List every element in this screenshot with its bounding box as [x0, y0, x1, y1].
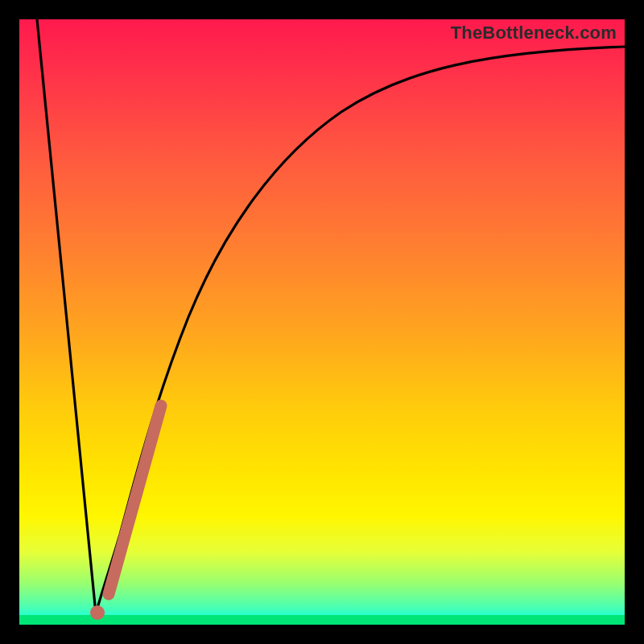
highlight-segment	[109, 406, 161, 594]
bottleneck-curve	[19, 19, 625, 625]
curve-right-branch	[96, 47, 625, 613]
minimum-dot	[90, 605, 105, 620]
curve-left-branch	[37, 19, 96, 613]
chart-frame: TheBottleneck.com	[0, 0, 644, 644]
plot-area: TheBottleneck.com	[19, 19, 625, 625]
